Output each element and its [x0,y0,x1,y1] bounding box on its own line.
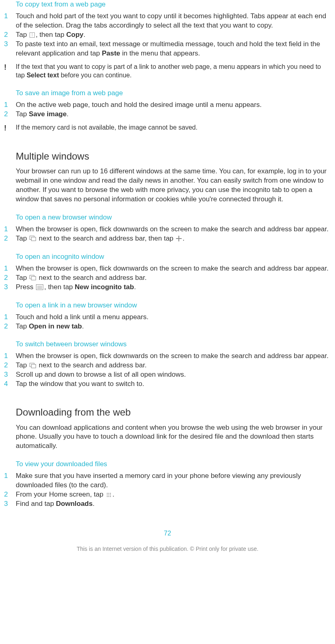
step-number: 1 [4,313,16,322]
step-text: Tap next to the search and address bar, … [16,234,331,243]
step-number: 2 [4,322,16,331]
exclamation-icon: ! [4,62,16,80]
text-bold: Downloads [56,500,93,508]
step-number: 2 [4,30,16,40]
heading-link-window: To open a link in a new browser window [16,301,331,310]
note-text: If the memory card is not available, the… [16,123,331,133]
step-row: 3 Press , then tap New incognito tab. [4,283,331,292]
step-row: 1 Touch and hold part of the text you wa… [4,12,331,30]
step-number: 2 [4,234,16,243]
tabs-icon [30,236,36,241]
step-number: 1 [4,100,16,110]
step-row: 1 When the browser is open, flick downwa… [4,225,331,234]
step-number: 2 [4,110,16,119]
step-number: 1 [4,471,16,490]
step-row: 3 To paste text into an email, text mess… [4,40,331,58]
text-part: Tap [16,110,29,118]
text-part: From your Home screen, tap [16,490,105,498]
text-bold: Open in new tab [29,322,82,330]
text-part: . [112,490,114,498]
step-text: Scroll up and down to browse a list of a… [16,370,331,380]
icon-placeholder: ⋮ [30,32,35,38]
note-text: If the text that you want to copy is par… [16,62,331,80]
heading-save-image: To save an image from a web page [16,89,331,98]
text-part: before you can continue. [59,72,132,79]
intro-text: You can download applications and conten… [16,423,331,451]
tabs-icon [30,275,36,281]
step-text: Tap next to the search and address bar. [16,273,331,283]
text-bold: Copy [66,31,84,38]
step-text: Tap ⋮, then tap Copy. [16,30,331,40]
text-bold: New incognito tab [75,283,134,291]
section-multiple-windows: Multiple windows Your browser can run up… [4,150,331,204]
step-number: 3 [4,40,16,58]
text-part: next to the search and address bar. [37,274,146,281]
step-row: 3 Scroll up and down to browse a list of… [4,370,331,380]
step-row: 1 Touch and hold a link until a menu app… [4,313,331,322]
section-save-image: To save an image from a web page 1 On th… [4,89,331,133]
text-part: Press [16,283,35,291]
text-part: next to the search and address bar. [37,361,146,369]
step-text: Touch and hold part of the text you want… [16,12,331,30]
step-number: 1 [4,352,16,361]
section-link-window: To open a link in a new browser window 1… [4,301,331,331]
text-part: in the menu that appears. [120,49,200,57]
tabs-icon [30,363,36,369]
section-open-window: To open a new browser window 1 When the … [4,213,331,243]
step-text: Tap Open in new tab. [16,322,331,331]
apps-grid-icon [106,492,112,498]
plus-icon [176,236,182,241]
text-part: . [67,110,69,118]
section-copy-text: To copy text from a web page 1 Touch and… [4,0,331,80]
heading-multiple-windows: Multiple windows [16,150,331,163]
heading-incognito: To open an incognito window [16,252,331,262]
step-text: From your Home screen, tap . [16,490,331,499]
step-row: 3 Find and tap Downloads. [4,499,331,509]
text-part: , then tap [36,31,66,38]
step-number: 2 [4,490,16,499]
step-row: 2 Tap next to the search and address bar… [4,361,331,370]
step-row: 1 When the browser is open, flick downwa… [4,352,331,361]
step-text: When the browser is open, flick downward… [16,264,331,273]
heading-view-downloads: To view your downloaded files [16,460,331,469]
step-text: Press , then tap New incognito tab. [16,283,331,292]
step-text: Tap the window that you want to switch t… [16,380,331,389]
text-part: . [182,235,184,242]
note-row: ! If the memory card is not available, t… [4,123,331,133]
heading-open-window: To open a new browser window [16,213,331,222]
section-view-downloads: To view your downloaded files 1 Make sur… [4,460,331,509]
step-number: 3 [4,499,16,509]
text-part: Tap [16,235,29,242]
step-row: 2 Tap Save image. [4,110,331,119]
step-text: When the browser is open, flick downward… [16,352,331,361]
text-part: Tap [16,322,29,330]
section-incognito: To open an incognito window 1 When the b… [4,252,331,292]
step-number: 1 [4,12,16,30]
step-number: 1 [4,264,16,273]
text-part: next to the search and address bar, then… [37,235,175,242]
step-number: 3 [4,370,16,380]
step-number: 2 [4,361,16,370]
menu-icon [36,284,43,290]
step-row: 2 From your Home screen, tap . [4,490,331,499]
step-text: To paste text into an email, text messag… [16,40,331,58]
text-part: . [93,500,95,508]
step-row: 2 Tap next to the search and address bar… [4,234,331,243]
step-row: 2 Tap ⋮, then tap Copy. [4,30,331,40]
step-text: Tap next to the search and address bar. [16,361,331,370]
heading-downloading: Downloading from the web [16,406,331,419]
heading-copy-text: To copy text from a web page [16,0,331,9]
step-row: 1 On the active web page, touch and hold… [4,100,331,110]
exclamation-icon: ! [4,123,16,133]
text-bold: Paste [102,49,120,57]
step-text: Tap Save image. [16,110,331,119]
step-row: 2 Tap next to the search and address bar… [4,273,331,283]
heading-switch: To switch between browser windows [16,340,331,349]
step-text: Find and tap Downloads. [16,499,331,509]
text-part: Tap [16,274,29,281]
text-part: . [83,31,85,38]
section-switch-windows: To switch between browser windows 1 When… [4,340,331,389]
step-number: 2 [4,273,16,283]
step-row: 2 Tap Open in new tab. [4,322,331,331]
text-bold: Save image [29,110,67,118]
